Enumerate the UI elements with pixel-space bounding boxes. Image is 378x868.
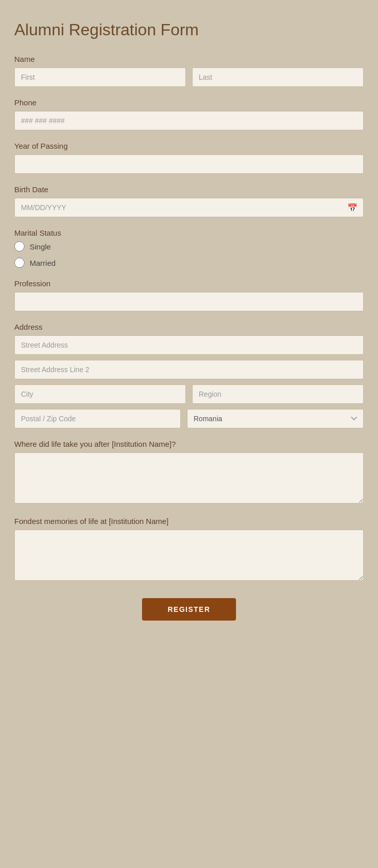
zip-input[interactable] — [14, 409, 181, 428]
life-textarea[interactable] — [14, 452, 364, 504]
country-select[interactable]: Romania United States United Kingdom Ger… — [187, 409, 364, 428]
marital-label: Marital Status — [14, 229, 364, 237]
life-question-label: Where did life take you after [Instituti… — [14, 440, 364, 448]
marital-married-radio[interactable] — [14, 258, 25, 268]
memories-textarea[interactable] — [14, 530, 364, 581]
marital-radio-group: Single Married — [14, 241, 364, 268]
name-field-group: Name — [14, 55, 364, 87]
address-field-group: Address Romania United States United Kin… — [14, 323, 364, 428]
zip-country-row: Romania United States United Kingdom Ger… — [14, 409, 364, 428]
year-field-group: Year of Passing — [14, 142, 364, 174]
register-button[interactable]: REGISTER — [142, 598, 236, 621]
phone-field-group: Phone — [14, 98, 364, 130]
city-input[interactable] — [14, 384, 186, 404]
birthdate-field-group: Birth Date 📅 — [14, 185, 364, 217]
address-label: Address — [14, 323, 364, 331]
marital-single-item[interactable]: Single — [14, 241, 364, 252]
register-btn-wrapper: REGISTER — [14, 598, 364, 621]
birthdate-label: Birth Date — [14, 185, 364, 194]
phone-label: Phone — [14, 98, 364, 107]
year-label: Year of Passing — [14, 142, 364, 150]
life-field-group: Where did life take you after [Instituti… — [14, 440, 364, 506]
street-address2-input[interactable] — [14, 360, 364, 379]
profession-field-group: Profession — [14, 279, 364, 311]
memories-field-group: Fondest memories of life at [Institution… — [14, 517, 364, 583]
first-name-input[interactable] — [14, 67, 186, 87]
marital-married-item[interactable]: Married — [14, 258, 364, 268]
phone-input[interactable] — [14, 111, 364, 130]
profession-label: Profession — [14, 279, 364, 288]
marital-single-label: Single — [30, 242, 51, 251]
page-title: Alumni Registration Form — [14, 20, 364, 39]
region-input[interactable] — [192, 384, 364, 404]
year-input[interactable] — [14, 154, 364, 174]
last-name-input[interactable] — [192, 67, 364, 87]
marital-married-label: Married — [30, 259, 56, 267]
memories-question-label: Fondest memories of life at [Institution… — [14, 517, 364, 526]
street-address-input[interactable] — [14, 335, 364, 355]
profession-input[interactable] — [14, 292, 364, 311]
marital-single-radio[interactable] — [14, 241, 25, 252]
name-label: Name — [14, 55, 364, 63]
marital-field-group: Marital Status Single Married — [14, 229, 364, 268]
date-wrapper: 📅 — [14, 198, 364, 217]
name-input-row — [14, 67, 364, 87]
city-region-row — [14, 384, 364, 404]
birthdate-input[interactable] — [14, 198, 364, 217]
